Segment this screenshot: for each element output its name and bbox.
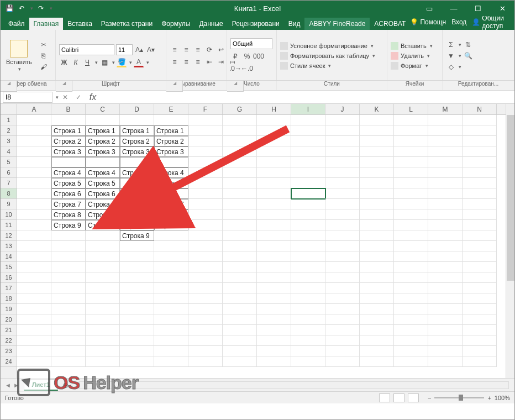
cell-L19[interactable]	[394, 304, 428, 314]
cell-G24[interactable]	[223, 356, 257, 367]
cell-B10[interactable]: Строка 8	[51, 209, 86, 220]
cell-M20[interactable]	[428, 314, 463, 325]
cell-K5[interactable]	[360, 157, 394, 167]
cell-L21[interactable]	[394, 325, 428, 335]
cell-A9[interactable]	[17, 199, 51, 209]
cell-G2[interactable]	[223, 125, 257, 136]
cell-M11[interactable]	[428, 220, 463, 230]
autosum-icon[interactable]: Σ	[446, 40, 456, 50]
cell-I2[interactable]	[291, 125, 325, 136]
align-center-icon[interactable]: ≡	[181, 57, 191, 67]
cell-I7[interactable]	[291, 178, 325, 188]
cell-E10[interactable]: Строка 8	[154, 209, 188, 220]
cell-K21[interactable]	[360, 325, 394, 335]
cell-H17[interactable]	[257, 283, 291, 293]
cell-G15[interactable]	[223, 262, 257, 272]
cell-F21[interactable]	[188, 325, 223, 335]
cell-B4[interactable]: Строка 3	[51, 146, 86, 157]
cell-I16[interactable]	[291, 272, 325, 283]
zoom-slider[interactable]	[434, 397, 484, 398]
cell-A23[interactable]	[17, 346, 51, 356]
cell-A17[interactable]	[17, 283, 51, 293]
page-layout-view-icon[interactable]	[393, 393, 404, 402]
cell-I11[interactable]	[291, 220, 325, 230]
cell-M15[interactable]	[428, 262, 463, 272]
cell-C12[interactable]	[86, 230, 120, 241]
tab-review[interactable]: Рецензировани	[228, 18, 284, 30]
help-button[interactable]: 💡Помощн	[410, 18, 446, 26]
cell-J2[interactable]	[325, 125, 360, 136]
cell-B13[interactable]	[51, 241, 86, 251]
formula-input[interactable]	[101, 92, 514, 103]
cell-G21[interactable]	[223, 325, 257, 335]
cell-C15[interactable]	[86, 262, 120, 272]
align-left-icon[interactable]: ≡	[170, 57, 180, 67]
cell-D21[interactable]	[120, 325, 154, 335]
cell-H11[interactable]	[257, 220, 291, 230]
col-header-H[interactable]: H	[257, 104, 291, 114]
indent-increase-icon[interactable]: ⇥	[216, 57, 226, 67]
insert-options-icon[interactable]: 🖌	[143, 189, 153, 199]
cell-H12[interactable]	[257, 230, 291, 241]
cell-B8[interactable]: Строка 6	[51, 188, 86, 199]
row-header-3[interactable]: 3	[1, 136, 17, 146]
cell-L23[interactable]	[394, 346, 428, 356]
cell-G8[interactable]	[223, 188, 257, 199]
row-header-1[interactable]: 1	[1, 115, 17, 125]
cell-C13[interactable]	[86, 241, 120, 251]
cell-N12[interactable]	[463, 230, 497, 241]
cell-N4[interactable]	[463, 146, 497, 157]
cell-B5[interactable]	[51, 157, 86, 167]
cell-H2[interactable]	[257, 125, 291, 136]
cell-G11[interactable]	[223, 220, 257, 230]
cell-I15[interactable]	[291, 262, 325, 272]
cell-N13[interactable]	[463, 241, 497, 251]
cell-H21[interactable]	[257, 325, 291, 335]
cell-H6[interactable]	[257, 167, 291, 178]
cell-B18[interactable]	[51, 293, 86, 304]
scroll-thumb[interactable]	[507, 115, 514, 281]
cell-C17[interactable]	[86, 283, 120, 293]
cell-F14[interactable]	[188, 251, 223, 262]
cell-K8[interactable]	[360, 188, 394, 199]
cell-G16[interactable]	[223, 272, 257, 283]
cell-J10[interactable]	[325, 209, 360, 220]
cell-K3[interactable]	[360, 136, 394, 146]
row-header-4[interactable]: 4	[1, 146, 17, 157]
cell-F4[interactable]	[188, 146, 223, 157]
cell-I18[interactable]	[291, 293, 325, 304]
col-header-L[interactable]: L	[394, 104, 428, 114]
format-as-table-button[interactable]: Форматировать как таблицу▾	[280, 51, 375, 60]
cell-F9[interactable]	[188, 199, 223, 209]
cell-M8[interactable]	[428, 188, 463, 199]
cell-I23[interactable]	[291, 346, 325, 356]
cell-J3[interactable]	[325, 136, 360, 146]
cell-L7[interactable]	[394, 178, 428, 188]
cell-B24[interactable]	[51, 356, 86, 367]
cell-G19[interactable]	[223, 304, 257, 314]
cell-B16[interactable]	[51, 272, 86, 283]
cell-B9[interactable]: Строка 7	[51, 199, 86, 209]
cell-E21[interactable]	[154, 325, 188, 335]
cell-L3[interactable]	[394, 136, 428, 146]
cell-K20[interactable]	[360, 314, 394, 325]
format-cells-button[interactable]: Формат▾	[391, 61, 433, 70]
select-all-corner[interactable]	[1, 104, 17, 115]
cell-K19[interactable]	[360, 304, 394, 314]
horizontal-scrollbar[interactable]	[79, 381, 509, 389]
cell-E2[interactable]: Строка 1	[154, 125, 188, 136]
tab-insert[interactable]: Вставка	[63, 18, 97, 30]
cell-D1[interactable]	[120, 115, 154, 125]
row-header-20[interactable]: 20	[1, 314, 17, 325]
paste-button[interactable]: Вставить▾	[4, 32, 34, 79]
cell-L9[interactable]	[394, 199, 428, 209]
col-header-A[interactable]: A	[17, 104, 51, 114]
cell-A6[interactable]	[17, 167, 51, 178]
cell-K15[interactable]	[360, 262, 394, 272]
cell-C14[interactable]	[86, 251, 120, 262]
cell-N21[interactable]	[463, 325, 497, 335]
decrease-decimal-icon[interactable]: ←.0	[242, 64, 252, 74]
row-header-11[interactable]: 11	[1, 220, 17, 230]
cell-I21[interactable]	[291, 325, 325, 335]
cell-J14[interactable]	[325, 251, 360, 262]
